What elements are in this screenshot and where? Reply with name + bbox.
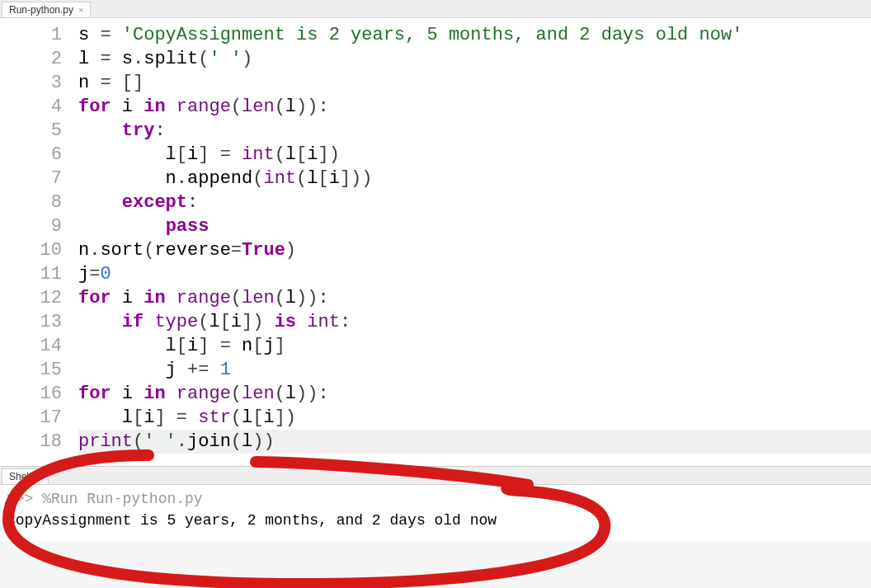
- line-number: 3: [0, 71, 62, 95]
- editor-tab[interactable]: Run-python.py ×: [2, 2, 91, 17]
- code-line[interactable]: for i in range(len(l)):: [78, 95, 871, 119]
- shell-prompt: >>>: [7, 491, 42, 507]
- code-line[interactable]: try:: [78, 119, 871, 143]
- shell-tab-label: Shell: [9, 471, 31, 482]
- line-number: 8: [0, 191, 62, 214]
- shell-tab[interactable]: Shell ×: [2, 468, 49, 484]
- shell-output: CopyAssignment is 5 years, 2 months, and…: [7, 512, 497, 529]
- code-line[interactable]: l[i] = n[j]: [78, 334, 871, 358]
- line-number: 13: [0, 310, 62, 334]
- code-line[interactable]: l[i] = str(l[i]): [78, 406, 871, 430]
- code-line[interactable]: n = []: [78, 71, 871, 95]
- line-number: 14: [0, 334, 62, 358]
- line-number: 11: [0, 262, 62, 286]
- close-icon[interactable]: ×: [77, 5, 85, 15]
- editor-tabbar: Run-python.py ×: [0, 0, 871, 18]
- line-number: 9: [0, 214, 62, 238]
- shell-panel: Shell × >>> %Run Run-python.py CopyAssig…: [0, 466, 871, 541]
- editor-area[interactable]: 123456789101112131415161718 s = 'CopyAss…: [0, 18, 871, 466]
- code-line[interactable]: for i in range(len(l)):: [78, 382, 871, 406]
- code-line[interactable]: n.append(int(l[i])): [78, 167, 871, 191]
- editor-panel: Run-python.py × 123456789101112131415161…: [0, 0, 871, 466]
- line-number: 10: [0, 238, 62, 262]
- line-number: 4: [0, 95, 62, 119]
- code-line[interactable]: s = 'CopyAssignment is 2 years, 5 months…: [78, 23, 871, 47]
- code-line[interactable]: if type(l[i]) is int:: [78, 310, 871, 334]
- code-line[interactable]: l = s.split(' '): [78, 47, 871, 71]
- line-number: 5: [0, 119, 62, 143]
- code-content[interactable]: s = 'CopyAssignment is 2 years, 5 months…: [70, 18, 871, 466]
- shell-tabbar: Shell ×: [0, 467, 871, 485]
- code-line[interactable]: pass: [78, 214, 871, 238]
- line-number-gutter: 123456789101112131415161718: [0, 18, 70, 466]
- code-line[interactable]: except:: [78, 191, 871, 214]
- code-line[interactable]: for i in range(len(l)):: [78, 286, 871, 310]
- line-number: 18: [0, 430, 62, 454]
- code-line[interactable]: j=0: [78, 262, 871, 286]
- code-line[interactable]: l[i] = int(l[i]): [78, 143, 871, 167]
- code-line[interactable]: n.sort(reverse=True): [78, 238, 871, 262]
- line-number: 7: [0, 167, 62, 191]
- code-line[interactable]: print(' '.join(l)): [78, 430, 871, 454]
- line-number: 6: [0, 143, 62, 167]
- line-number: 17: [0, 406, 62, 430]
- close-icon[interactable]: ×: [35, 472, 43, 482]
- line-number: 12: [0, 286, 62, 310]
- code-line[interactable]: j += 1: [78, 358, 871, 382]
- line-number: 15: [0, 358, 62, 382]
- line-number: 2: [0, 47, 62, 71]
- editor-tab-label: Run-python.py: [9, 4, 73, 16]
- line-number: 16: [0, 382, 62, 406]
- line-number: 1: [0, 23, 62, 47]
- shell-command: %Run Run-python.py: [42, 491, 202, 507]
- shell-body[interactable]: >>> %Run Run-python.py CopyAssignment is…: [0, 485, 871, 541]
